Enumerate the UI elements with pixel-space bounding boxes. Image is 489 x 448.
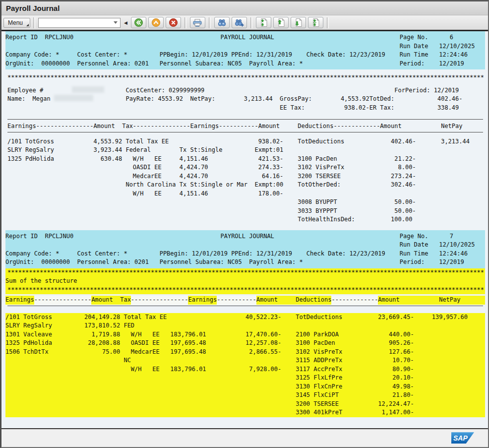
- menu-button-label: Menu: [8, 19, 23, 26]
- command-combobox[interactable]: [38, 18, 121, 28]
- report-line: Run Date12/10/2025: [5, 42, 485, 51]
- previous-page-icon[interactable]: [273, 17, 289, 28]
- report-text: /101 TotGross: [5, 313, 52, 322]
- report-text: Run Date: [400, 241, 428, 250]
- separator-stars: ****************************************…: [7, 73, 486, 82]
- report-text: Personnel Subarea: NC05: [160, 258, 242, 267]
- report-line: EE Tax:938.02-ER Tax:338.49: [7, 104, 486, 113]
- report-text: ----------------: [131, 296, 188, 305]
- report-text: MedcarEE: [133, 172, 162, 181]
- report-text: 1325 PdHolida: [7, 155, 54, 164]
- report-text: PPEnd: 12/31/2019: [231, 250, 292, 258]
- report-line: 3008 BYUPPT50.00-: [7, 198, 486, 207]
- report-text: 938.02-: [258, 137, 284, 146]
- report-text: Employee #: [7, 86, 43, 95]
- report-text: 3200 TSERSEE: [296, 400, 339, 409]
- report-text: MedcarEE: [131, 348, 160, 357]
- toolbar-separator: [327, 17, 329, 28]
- report-line: 3300 401kPreT1,147.00-: [5, 408, 485, 417]
- report-text: 3200 TSERSEE: [298, 172, 341, 181]
- report-text: Company Code: *: [5, 51, 59, 60]
- report-text: 21.80-: [392, 391, 414, 400]
- cancel-icon[interactable]: [166, 17, 181, 28]
- report-text: OASDI EE: [133, 163, 162, 172]
- report-text: Total Tax EE: [125, 137, 169, 146]
- report-text: NetPay: [439, 296, 460, 305]
- status-footer: SAP: [1, 429, 488, 448]
- report-text: Name: Megan: [7, 95, 51, 104]
- report-text: OrgUnit: 00000000: [5, 258, 70, 267]
- report-text: /101 TotGross: [7, 137, 54, 146]
- exit-icon[interactable]: [148, 17, 164, 28]
- report-text: 4,424.70: [180, 163, 208, 172]
- report-line: Run Date12/10/2025: [5, 241, 485, 250]
- spacer: [7, 306, 486, 313]
- report-text: 17,470.60-: [245, 330, 281, 339]
- report-line: Earnings----------------AmountTax-------…: [5, 296, 485, 305]
- report-text: Page No.: [400, 33, 428, 42]
- report-text: 2100 ParkDOA: [296, 330, 339, 339]
- report-text: ----------------: [36, 122, 94, 131]
- report-text: Earnings: [190, 122, 219, 131]
- report-text: 127.66-: [389, 348, 414, 357]
- report-line: TotHealthInsDed:100.00: [7, 215, 486, 224]
- report-text: Amount: [378, 296, 399, 305]
- report-text: Tax: [122, 122, 133, 131]
- report-text: Amount: [256, 296, 278, 305]
- report-text: ----------------: [34, 296, 92, 305]
- report-text: 197,695.48: [170, 339, 206, 348]
- toolbar-separator: [184, 17, 186, 28]
- report-text: 3100 PacDen: [296, 339, 335, 348]
- report-line: OASDI EE4,424.70274.33-3102 VisPreTx8.00…: [7, 163, 486, 172]
- toolbar-groove: [33, 17, 35, 28]
- first-page-icon[interactable]: [256, 17, 271, 28]
- report-text: W/H: [131, 365, 142, 374]
- report-text: Company Code: *: [5, 250, 59, 258]
- report-content: Report ID RPCLJNU0PAYROLL JOURNALPage No…: [1, 31, 488, 447]
- report-text: 4,553.92: [341, 95, 369, 104]
- report-text: CostCenter: 0299999999: [125, 86, 204, 95]
- report-text: EE: [152, 365, 159, 374]
- report-text: OASDI EE: [131, 339, 160, 348]
- report-text: Personnel Area: 0201: [77, 258, 149, 267]
- last-page-icon[interactable]: [308, 17, 323, 28]
- print-icon[interactable]: [190, 17, 205, 28]
- report-line: 1301 Vacleave1,719.88W/HEE183,796.0117,4…: [5, 330, 485, 339]
- report-text: Amount: [93, 122, 115, 131]
- next-page-icon[interactable]: [291, 17, 306, 28]
- report-text: 10.70-: [392, 356, 414, 365]
- report-text: 20.10-: [392, 374, 414, 383]
- report-line: Employee #CostCenter: 0299999999ForPerio…: [7, 86, 486, 95]
- report-text: 80.90-: [392, 365, 414, 374]
- page-title: Payroll Journal: [6, 4, 60, 12]
- report-line: Sum of the structure: [5, 277, 485, 286]
- report-text: W/H: [133, 190, 144, 198]
- find-icon[interactable]: [214, 17, 230, 28]
- report-line: OrgUnit: 00000000Personnel Area: 0201Per…: [5, 258, 485, 267]
- report-line: North CarolinaTx St:Single or MarExmpt:0…: [7, 181, 486, 190]
- report-text: 100.00: [391, 215, 412, 224]
- report-text: PPBegin: 12/01/2019: [160, 51, 228, 60]
- report-line: Company Code: *Cost Center: *PPBegin: 12…: [5, 51, 485, 60]
- report-line: MedcarEE4,424.7064.16-3200 TSERSEE273.24…: [7, 172, 486, 181]
- report-text: 23,669.45-: [378, 313, 414, 322]
- report-line: Company Code: *Cost Center: *PPBegin: 12…: [5, 250, 485, 258]
- report-text: 3,213.44: [441, 137, 470, 146]
- report-text: 630.48: [101, 155, 122, 164]
- report-line: 1506 TchDtTx75.00MedcarEE197,695.482,866…: [5, 348, 485, 357]
- report-text: 274.33-: [258, 163, 284, 172]
- report-text: 1,719.88: [91, 330, 120, 339]
- find-next-icon[interactable]: [232, 17, 247, 28]
- menu-button[interactable]: Menu: [3, 18, 30, 28]
- report-text: 50.00-: [394, 207, 416, 216]
- report-text: 8.00-: [398, 163, 416, 172]
- report-text: Exmpt:01: [254, 146, 283, 155]
- back-icon[interactable]: [131, 17, 146, 28]
- report-text: 2,866.55-: [249, 348, 281, 357]
- report-text: EE Tax:: [280, 104, 305, 113]
- report-text: Page No.: [400, 232, 428, 241]
- collapse-arrow-icon[interactable]: ◀: [124, 20, 127, 25]
- toolbar-separator: [250, 17, 252, 28]
- report-text: 4,151.46: [180, 155, 208, 164]
- report-text: Run Date: [400, 42, 428, 51]
